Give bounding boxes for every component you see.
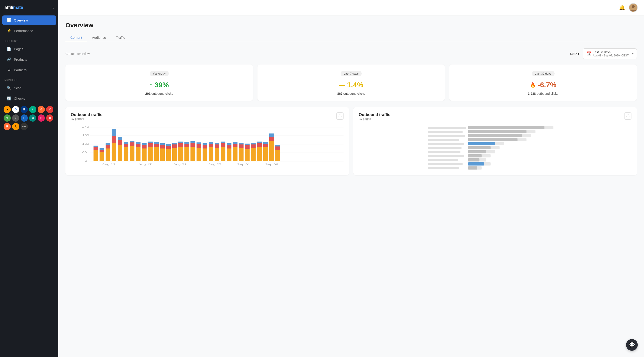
svg-rect-84 xyxy=(239,148,243,161)
svg-rect-54 xyxy=(178,147,183,161)
svg-rect-34 xyxy=(136,144,140,147)
sidebar-item-checks-label: Checks xyxy=(14,96,25,100)
notification-bell[interactable]: 🔔 xyxy=(619,5,625,10)
svg-rect-15 xyxy=(100,152,104,161)
svg-rect-38 xyxy=(142,143,146,145)
sidebar-item-checks[interactable]: 🔄 Checks xyxy=(2,94,56,103)
stat-card-7days: Last 7 days — 1.4% 867 outbound clicks xyxy=(258,64,445,101)
expand-chart-by-partner[interactable]: ⛶ xyxy=(336,112,344,120)
svg-rect-26 xyxy=(118,137,122,140)
partner-10[interactable]: ⊘ xyxy=(29,114,36,122)
tab-content[interactable]: Content xyxy=(66,33,87,42)
date-range-selector[interactable]: 📅 Last 30 days Aug 08 - Sep 07, 2020 (CE… xyxy=(583,48,637,59)
chat-bubble[interactable]: 💬 xyxy=(626,339,638,351)
user-avatar[interactable] xyxy=(629,3,638,12)
sidebar-item-pages[interactable]: 📄 Pages xyxy=(2,44,56,54)
svg-rect-57 xyxy=(184,147,189,161)
partner-5[interactable]: © xyxy=(38,106,45,113)
section-label-content: CONTENT xyxy=(0,36,58,44)
svg-text:Aug 12: Aug 12 xyxy=(102,163,116,166)
svg-rect-31 xyxy=(130,142,134,146)
svg-rect-92 xyxy=(251,143,256,144)
expand-chart-by-pages[interactable]: ⛶ xyxy=(624,112,632,120)
svg-rect-42 xyxy=(154,147,159,161)
currency-selector[interactable]: USD ▾ xyxy=(570,52,579,55)
partner-tripadvisor[interactable]: t xyxy=(29,106,36,113)
svg-rect-130 xyxy=(468,162,484,166)
partners-icon: 🗂 xyxy=(7,68,11,72)
svg-text:Sep 06: Sep 06 xyxy=(265,163,278,166)
svg-rect-73 xyxy=(215,144,219,148)
stat-footer-30days: 3,988 outbound clicks xyxy=(528,92,558,95)
svg-rect-100 xyxy=(269,137,274,141)
sidebar-collapse-button[interactable]: ‹ xyxy=(52,5,54,10)
sidebar-item-performance[interactable]: ⚡ Performance xyxy=(2,26,56,36)
partner-9[interactable]: F xyxy=(20,114,28,122)
partner-12[interactable]: ⊗ xyxy=(46,114,53,122)
page-title: Overview xyxy=(66,22,637,29)
overview-icon: 📊 xyxy=(7,18,11,22)
stat-card-30days: Last 30 days 🔥 -6.7% 3,988 outbound clic… xyxy=(449,64,637,101)
stat-count-7days: 867 xyxy=(337,92,342,95)
stat-dash-icon: — xyxy=(339,81,345,89)
svg-text:180: 180 xyxy=(82,134,89,137)
svg-rect-136 xyxy=(428,131,463,133)
partner-13[interactable]: R xyxy=(4,123,11,130)
svg-rect-95 xyxy=(257,142,262,143)
svg-rect-143 xyxy=(428,159,458,161)
partner-more[interactable]: ••• xyxy=(20,123,28,130)
svg-rect-118 xyxy=(468,138,518,141)
svg-rect-96 xyxy=(263,147,268,161)
date-range-sub: Aug 08 - Sep 07, 2020 (CEST) xyxy=(593,54,630,57)
partner-8[interactable]: ? xyxy=(12,114,19,122)
svg-rect-141 xyxy=(428,151,460,153)
tab-traffic[interactable]: Traffic xyxy=(111,33,130,42)
sidebar-item-overview[interactable]: 📊 Overview xyxy=(2,15,56,25)
sidebar-item-partners[interactable]: 🗂 Partners xyxy=(2,65,56,75)
chart-title-by-pages: Outbound traffic By pages xyxy=(359,112,390,124)
stat-count-yesterday: 201 xyxy=(145,92,150,95)
sidebar-item-products-label: Products xyxy=(14,57,27,61)
svg-rect-43 xyxy=(154,144,159,147)
tab-audience[interactable]: Audience xyxy=(87,33,111,42)
svg-rect-128 xyxy=(468,158,480,161)
tabs-bar: Content Audience Traffic xyxy=(66,33,637,42)
sidebar-item-products[interactable]: 🔗 Products xyxy=(2,55,56,64)
svg-rect-70 xyxy=(208,144,213,147)
partner-google[interactable]: G xyxy=(12,106,19,113)
svg-rect-97 xyxy=(263,144,268,147)
svg-rect-82 xyxy=(233,144,237,147)
svg-rect-55 xyxy=(178,143,183,147)
filter-bar: Content overview USD ▾ 📅 Last 30 days Au… xyxy=(66,48,637,59)
partner-6[interactable]: Y xyxy=(46,106,53,113)
svg-rect-80 xyxy=(227,143,231,145)
svg-rect-72 xyxy=(215,148,219,161)
svg-rect-47 xyxy=(160,143,165,145)
svg-rect-24 xyxy=(118,145,122,161)
partner-booking[interactable]: B xyxy=(20,106,28,113)
svg-rect-68 xyxy=(202,143,207,145)
svg-rect-27 xyxy=(124,147,128,161)
scan-icon: 🔍 xyxy=(7,86,11,90)
svg-rect-88 xyxy=(245,145,250,149)
svg-rect-132 xyxy=(468,166,477,170)
svg-rect-76 xyxy=(221,143,225,147)
svg-rect-138 xyxy=(428,139,459,141)
partner-amazon[interactable]: a xyxy=(4,106,11,113)
svg-rect-87 xyxy=(245,149,250,161)
partner-11[interactable]: P xyxy=(38,114,45,122)
svg-text:Aug 22: Aug 22 xyxy=(173,163,186,166)
svg-rect-126 xyxy=(468,154,482,157)
partner-14[interactable]: A xyxy=(12,123,19,130)
stat-fire-icon: 🔥 xyxy=(530,82,536,88)
svg-rect-83 xyxy=(233,142,237,144)
sidebar-item-scan[interactable]: 🔍 Scan xyxy=(2,83,56,93)
partner-7[interactable]: V xyxy=(4,114,11,122)
stat-card-yesterday: Yesterday ↑ 39% 201 outbound clicks xyxy=(66,64,253,101)
stat-value-yesterday: ↑ 39% xyxy=(150,81,169,89)
svg-rect-98 xyxy=(263,142,268,144)
svg-rect-49 xyxy=(166,146,171,149)
page-content: Overview Content Audience Traffic Conten… xyxy=(58,15,644,357)
stat-count-30days: 3,988 xyxy=(528,92,536,95)
svg-rect-64 xyxy=(196,144,201,148)
